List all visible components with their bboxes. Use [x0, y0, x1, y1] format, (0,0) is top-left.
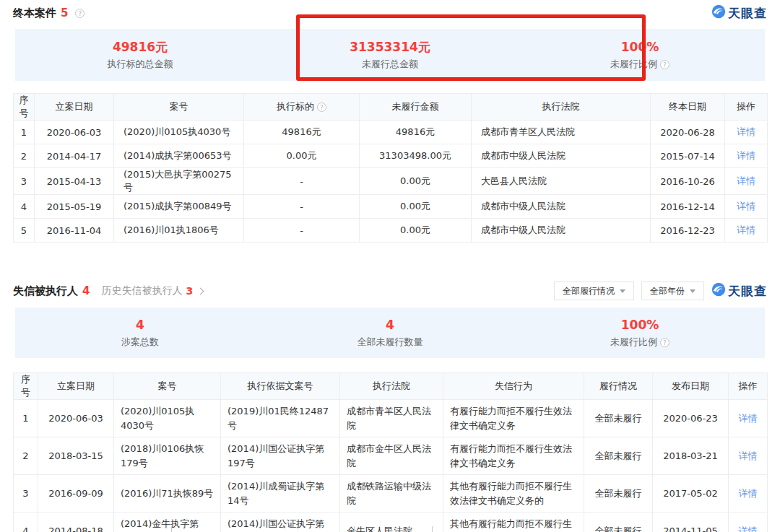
table-cell: (2014)金牛执字第01521号 [114, 513, 221, 532]
table-cell: 4 [14, 195, 35, 219]
table-cell: 4 [14, 513, 38, 532]
stat-value: 49816元 [15, 39, 265, 55]
detail-link[interactable]: 详情 [739, 488, 758, 499]
table-cell: 详情 [729, 513, 768, 532]
table-row: 32015-04-13(2015)大邑执字第00275号-0.00元大邑县人民法… [14, 168, 768, 195]
section1-summary-banner: 49816元 执行标的总金额 31353314元 未履行总金额 100% 未履行… [15, 29, 765, 81]
stat-label: 未履行总金额 [265, 58, 515, 71]
section2-title-line: 失信被执行人 4 历史失信被执行人 3 [13, 284, 203, 298]
table-cell: (2016)川71执恢89号 [114, 475, 221, 513]
year-filter[interactable]: 全部年份 [641, 282, 704, 300]
help-icon[interactable]: ? [660, 60, 670, 69]
history-count: 3 [186, 285, 193, 297]
table-cell: 详情 [729, 437, 768, 475]
table-row: 32016-09-09(2016)川71执恢89号(2014)川成蜀证执字第14… [14, 475, 768, 513]
table-cell: 详情 [725, 168, 768, 195]
stat-value: 4 [265, 317, 515, 333]
stat-value: 31353314元 [265, 39, 515, 55]
table-cell: 2 [14, 437, 38, 475]
stat-value: 4 [15, 317, 265, 333]
table-cell: 大邑县人民法院 [472, 168, 651, 195]
stat-value: 100% [515, 39, 765, 55]
detail-link[interactable]: 详情 [737, 126, 755, 137]
table-row: 12020-06-03(2020)川0105执4030号49816元49816元… [14, 121, 768, 144]
column-header: 操作 [729, 373, 768, 400]
final-cases-table: 序号立案日期案号执行标的?未履行金额执行法院终本日期操作 12020-06-03… [13, 93, 768, 243]
section2-count: 4 [82, 284, 90, 297]
detail-link[interactable]: 详情 [739, 450, 758, 461]
table-cell: - [244, 219, 360, 243]
table-cell: 49816元 [360, 121, 472, 144]
stat-label: 全部未履行数量 [265, 336, 515, 349]
dishonest-persons-table: 序号立案日期案号执行依据文案号执行法院失信行为履行情况发布日期操作 12020-… [13, 372, 768, 532]
column-header: 操作 [725, 94, 768, 121]
table-cell: (2020)川0105执4030号 [114, 121, 244, 144]
table-cell: 全部未履行 [584, 513, 653, 532]
section1-count: 5 [61, 6, 68, 19]
detail-link[interactable]: 详情 [737, 224, 755, 235]
chevron-down-icon [690, 289, 696, 293]
help-icon[interactable]: ? [75, 9, 84, 18]
table-cell: 0.00元 [244, 144, 360, 168]
help-icon[interactable]: ? [317, 103, 326, 112]
filter-label: 全部年份 [650, 285, 685, 297]
table-cell: - [244, 195, 360, 219]
help-icon[interactable]: ? [660, 338, 670, 347]
section1-title-line: 终本案件 5 ? [13, 6, 84, 20]
column-header: 案号 [114, 373, 221, 400]
column-header: 履行情况 [584, 373, 653, 400]
table-cell: 3 [14, 168, 35, 195]
table-cell: 金牛区人民法院 [340, 513, 443, 532]
table-cell: 详情 [729, 400, 768, 437]
column-header: 未履行金额 [360, 94, 472, 121]
detail-link[interactable]: 详情 [737, 175, 755, 186]
table-cell: 详情 [725, 195, 768, 219]
table-cell: 2020-06-03 [38, 400, 114, 437]
stat-label-text: 未履行总金额 [362, 58, 418, 71]
table-cell: 2018-03-15 [38, 437, 114, 475]
table-cell: 2015-05-19 [35, 195, 114, 219]
table-cell: (2019)川01民终12487号 [221, 400, 340, 437]
table-row: 52016-11-04(2016)川01执1806号-0.00元成都市中级人民法… [14, 219, 768, 243]
stat-unfulfilled-total: 31353314元 未履行总金额 [265, 39, 515, 71]
history-label: 历史失信被执行人 [101, 284, 182, 297]
table-cell: (2015)成执字第00849号 [114, 195, 244, 219]
table-cell: 成都铁路运输中级法院 [340, 475, 443, 513]
column-header: 执行依据文案号 [221, 373, 340, 400]
table-cell: 0.00元 [360, 195, 472, 219]
tianyancha-logo-icon [711, 4, 726, 22]
stat-label: 涉案总数 [15, 336, 265, 349]
table-cell: (2014)川国公证执字第197号 [221, 513, 340, 532]
table-cell: (2018)川0106执恢179号 [114, 437, 221, 475]
stat-label-text: 未履行比例 [610, 336, 657, 349]
divider-tick [432, 526, 433, 532]
table-cell: - [244, 168, 360, 195]
detail-link[interactable]: 详情 [739, 526, 758, 532]
table-cell: (2014)川成蜀证执字第14号 [221, 475, 340, 513]
table-cell: 1 [14, 121, 35, 144]
table-cell: (2014)川国公证执字第197号 [221, 437, 340, 475]
table-cell: 2016-09-09 [38, 475, 114, 513]
column-header: 立案日期 [35, 94, 114, 121]
table-cell: (2014)成执字第00653号 [114, 144, 244, 168]
stat-all-unfulfilled-count: 4 全部未履行数量 [265, 317, 515, 349]
logo-text: 天眼查 [728, 5, 767, 22]
table-cell: 详情 [729, 475, 768, 513]
section2-tools: 全部履行情况 全部年份 天眼查 [554, 282, 767, 300]
table-cell: (2016)川01执1806号 [114, 219, 244, 243]
column-header: 案号 [114, 94, 244, 121]
table-cell: 5 [14, 219, 35, 243]
detail-link[interactable]: 详情 [737, 201, 755, 212]
detail-link[interactable]: 详情 [739, 413, 758, 424]
history-dishonest-link[interactable]: 历史失信被执行人 3 [101, 284, 203, 297]
table-cell: 全部未履行 [584, 400, 653, 437]
column-header: 序号 [14, 94, 35, 121]
table-cell: 2014-04-17 [35, 144, 114, 168]
table-cell: 0.00元 [360, 168, 472, 195]
detail-link[interactable]: 详情 [737, 150, 755, 161]
fulfillment-status-filter[interactable]: 全部履行情况 [554, 282, 634, 300]
stat-label-text: 执行标的总金额 [108, 58, 173, 71]
column-header: 立案日期 [38, 373, 114, 400]
table-cell: 49816元 [244, 121, 360, 144]
table-cell: 成都市中级人民法院 [472, 219, 651, 243]
